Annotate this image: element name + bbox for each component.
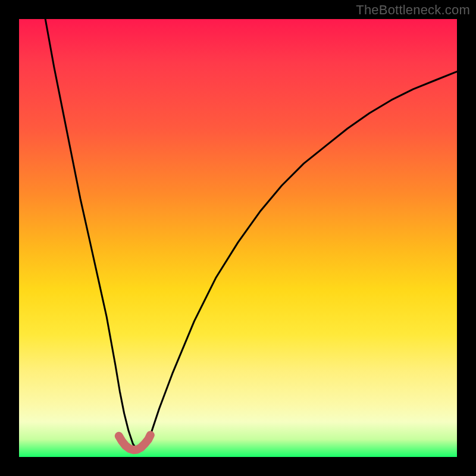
trough-highlight	[119, 435, 151, 450]
plot-area	[19, 19, 457, 457]
curve-layer	[19, 19, 457, 457]
watermark-text: TheBottleneck.com	[356, 2, 470, 18]
chart-frame: TheBottleneck.com	[0, 0, 476, 476]
main-curve	[45, 19, 457, 450]
